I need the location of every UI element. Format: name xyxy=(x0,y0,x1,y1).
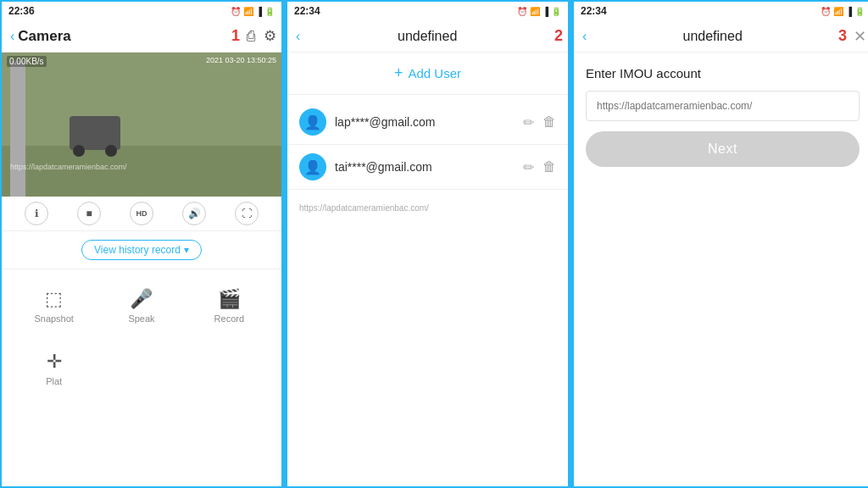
delete-icon-1[interactable]: 🗑 xyxy=(542,159,556,175)
back-arrow-1[interactable]: ‹ xyxy=(10,29,14,44)
ptz-icon: ✛ xyxy=(47,351,62,373)
camera-feed: 0.00KB/s 2021 03-20 13:50:25 https://lap… xyxy=(2,53,281,197)
wifi-icon: 📶 xyxy=(243,7,253,16)
settings-icon[interactable]: ⚙ xyxy=(264,27,276,45)
panel-camera: 22:36 ⏰ 📶 ▐ 🔋 ‹ Camera 1 ⎙ ⚙ 0.00K xyxy=(0,0,283,488)
step-badge-3: 3 xyxy=(838,27,847,45)
speak-label: Speak xyxy=(128,313,154,324)
plus-icon: + xyxy=(394,64,403,82)
signal-icon-2: ▐ xyxy=(542,7,548,16)
camera-pillar xyxy=(10,61,25,197)
fullscreen-btn[interactable]: ⛶ xyxy=(235,202,259,225)
hd-btn[interactable]: HD xyxy=(130,202,153,225)
top-bar-1: ‹ Camera 1 ⎙ ⚙ xyxy=(2,20,283,53)
add-user-label: Add User xyxy=(408,66,461,80)
person-icon-1: 👤 xyxy=(304,159,321,175)
ptz-plat[interactable]: ✛ Plat xyxy=(10,344,97,393)
enter-account-section: Enter IMOU account Next xyxy=(574,53,868,175)
snapshot-icon: ⬚ xyxy=(45,288,63,310)
account-label: Enter IMOU account xyxy=(586,66,860,80)
user-email-1: tai****@gmail.com xyxy=(335,160,515,174)
stop-btn[interactable]: ■ xyxy=(77,202,101,225)
ptz-label: Plat xyxy=(46,376,62,386)
user-list: 👤 lap****@gmail.com ✏ 🗑 👤 tai****@gmail.… xyxy=(287,95,568,195)
status-bar-3: 22:34 ⏰ 📶 ▐ 🔋 xyxy=(574,2,868,20)
signal-icon-3: ▐ xyxy=(846,7,852,16)
user-row-0: 👤 lap****@gmail.com ✏ 🗑 xyxy=(287,100,568,145)
action-snapshot[interactable]: ⬚ Snapshot xyxy=(10,281,97,330)
user-avatar-0: 👤 xyxy=(299,108,326,136)
speed-label: 0.00KB/s xyxy=(7,56,47,67)
user-actions-1: ✏ 🗑 xyxy=(523,159,556,175)
action-speak[interactable]: 🎤 Speak xyxy=(97,281,185,330)
page-title-3: undefined xyxy=(683,29,743,44)
page-title-1: Camera xyxy=(18,28,70,45)
chevron-down-icon: ▾ xyxy=(184,244,189,256)
alarm-icon-3: ⏰ xyxy=(821,7,831,16)
step-badge-1: 1 xyxy=(231,27,240,45)
add-user-btn[interactable]: + Add User xyxy=(394,64,461,82)
camera-moto xyxy=(70,116,120,150)
history-btn[interactable]: View history record ▾ xyxy=(81,240,202,260)
close-icon[interactable]: ✕ xyxy=(854,27,866,46)
camera-ground xyxy=(2,146,281,197)
volume-btn[interactable]: 🔊 xyxy=(182,202,206,225)
ptz-grid: ✛ Plat xyxy=(2,339,281,398)
record-label: Record xyxy=(214,313,244,324)
camera-controls: ℹ ■ HD 🔊 ⛶ xyxy=(2,197,281,231)
status-bar-1: 22:36 ⏰ 📶 ▐ 🔋 xyxy=(2,2,281,20)
battery-icon: 🔋 xyxy=(264,7,275,16)
panel-user-share: 22:34 ⏰ 📶 ▐ 🔋 ‹ undefined 2 + Add User 👤… xyxy=(286,0,570,488)
person-icon-0: 👤 xyxy=(304,114,321,130)
top-bar-3: ‹ undefined 3 ✕ xyxy=(574,20,868,53)
speak-icon: 🎤 xyxy=(130,288,153,310)
delete-icon-0[interactable]: 🗑 xyxy=(542,114,556,130)
user-actions-0: ✏ 🗑 xyxy=(523,114,556,130)
status-bar-2: 22:34 ⏰ 📶 ▐ 🔋 xyxy=(287,2,568,20)
info-btn[interactable]: ℹ xyxy=(25,202,48,225)
account-input-wrap xyxy=(586,91,860,121)
edit-icon-0[interactable]: ✏ xyxy=(523,114,534,130)
status-icons-1: ⏰ 📶 ▐ 🔋 xyxy=(231,7,275,16)
back-title-1: ‹ Camera xyxy=(10,28,71,45)
user-avatar-1: 👤 xyxy=(299,153,326,180)
camera-wall xyxy=(2,53,281,154)
action-record[interactable]: 🎬 Record xyxy=(186,281,273,330)
snapshot-label: Snapshot xyxy=(34,313,73,324)
wifi-icon-3: 📶 xyxy=(833,7,843,16)
add-user-row: + Add User xyxy=(287,53,568,95)
signal-icon: ▐ xyxy=(256,7,262,16)
user-row-1: 👤 tai****@gmail.com ✏ 🗑 xyxy=(287,145,568,190)
status-time-2: 22:34 xyxy=(294,5,320,17)
status-time-1: 22:36 xyxy=(8,5,35,17)
top-bar-2: ‹ undefined 2 xyxy=(287,20,570,53)
edit-icon-1[interactable]: ✏ xyxy=(523,159,534,175)
panel-enter-account: 22:34 ⏰ 📶 ▐ 🔋 ‹ undefined 3 ✕ Enter IMOU… xyxy=(572,0,868,488)
camera-scene xyxy=(2,53,281,197)
wifi-icon-2: 📶 xyxy=(530,7,540,16)
camera-timestamp: 2021 03-20 13:50:25 xyxy=(206,56,276,64)
next-button[interactable]: Next xyxy=(586,131,860,167)
step-badge-2: 2 xyxy=(554,27,563,45)
camera-watermark-1: https://lapdatcameramienbac.com/ xyxy=(10,163,127,171)
share-icon[interactable]: ⎙ xyxy=(247,28,255,45)
action-grid: ⬚ Snapshot 🎤 Speak 🎬 Record xyxy=(2,269,281,339)
account-input[interactable] xyxy=(597,100,849,112)
status-icons-3: ⏰ 📶 ▐ 🔋 xyxy=(821,7,865,16)
record-icon: 🎬 xyxy=(218,288,241,310)
top-icons-1: ⎙ ⚙ xyxy=(247,27,276,45)
battery-icon-2: 🔋 xyxy=(551,7,561,16)
history-section: View history record ▾ xyxy=(2,231,281,269)
page-title-2: undefined xyxy=(300,29,554,44)
battery-icon-3: 🔋 xyxy=(854,7,865,16)
alarm-icon: ⏰ xyxy=(231,7,241,16)
status-time-3: 22:34 xyxy=(581,5,607,17)
history-label: View history record xyxy=(94,244,181,256)
alarm-icon-2: ⏰ xyxy=(517,7,527,16)
watermark-2: https://lapdatcameramienbac.com/ xyxy=(287,195,568,221)
status-icons-2: ⏰ 📶 ▐ 🔋 xyxy=(517,7,561,16)
user-email-0: lap****@gmail.com xyxy=(335,115,515,129)
